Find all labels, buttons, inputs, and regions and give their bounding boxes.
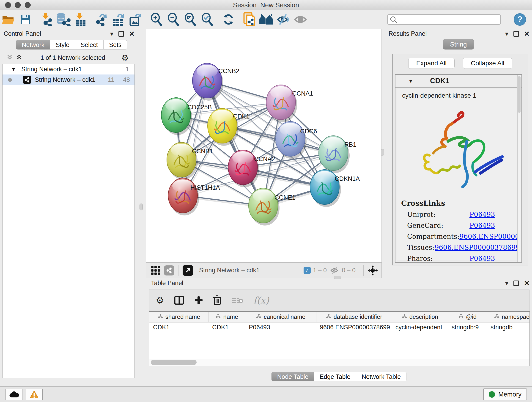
clone-network-icon: [243, 12, 256, 27]
main-toolbar: ?: [0, 10, 532, 29]
import-table-button[interactable]: [72, 12, 89, 27]
tree-expand-arrow-icon[interactable]: ▾: [12, 66, 15, 72]
control-panel-float-button[interactable]: [119, 31, 124, 37]
show-columns-button[interactable]: [174, 296, 184, 305]
tab-network[interactable]: Network: [16, 40, 50, 50]
search-input[interactable]: [387, 14, 501, 25]
zoom-in-button[interactable]: [148, 12, 165, 27]
column-header-description[interactable]: description: [392, 312, 448, 322]
zoom-out-button[interactable]: [165, 12, 182, 27]
network-canvas[interactable]: CCNB2CCNA1CDC25BCDK1CDC6RB1CCNB1CCNA2CDK…: [146, 29, 382, 262]
entry-collapse-arrow-icon[interactable]: ▾: [409, 77, 412, 85]
column-header-canonical-name[interactable]: canonical name: [245, 312, 316, 322]
results-panel-title: Results Panel: [389, 30, 427, 37]
control-panel-close-button[interactable]: ✕: [129, 30, 135, 38]
table-horizontal-scrollbar[interactable]: [149, 359, 530, 366]
import-network-button[interactable]: [38, 12, 55, 27]
hierarchy-icon: [256, 313, 261, 320]
bottom-splitter-grip[interactable]: [334, 276, 341, 279]
show-all-button[interactable]: [292, 12, 309, 27]
crosslink-link[interactable]: 9606.ENSP00000378699: [435, 244, 520, 251]
create-column-button[interactable]: [194, 296, 203, 305]
pan-crosshair-icon[interactable]: [368, 265, 378, 275]
import-network-from-database-button[interactable]: [55, 12, 72, 27]
tab-network-table[interactable]: Network Table: [356, 372, 407, 381]
table-cell[interactable]: P06493: [245, 322, 316, 332]
table-cell[interactable]: CDK1: [149, 322, 209, 332]
status-bar: Memory: [0, 386, 532, 402]
collapse-all-icon[interactable]: [7, 54, 15, 61]
node-CDC6[interactable]: [276, 121, 307, 159]
collapse-all-button[interactable]: Collapse All: [463, 58, 512, 69]
table-cell[interactable]: 9606.ENSP00000378699: [316, 322, 392, 332]
column-header-namespace[interactable]: namespace: [487, 312, 530, 322]
open-session-button[interactable]: [0, 12, 17, 27]
help-button[interactable]: ?: [514, 13, 526, 26]
export-network-icon: [95, 13, 108, 26]
node-CDC25B[interactable]: [161, 98, 192, 135]
tab-select[interactable]: Select: [75, 40, 104, 50]
column-header-shared-name[interactable]: shared name: [149, 312, 209, 322]
tab-node-table[interactable]: Node Table: [272, 372, 314, 381]
crosslinks-title: CrossLinks: [401, 199, 520, 207]
network-node-count: 11: [108, 76, 114, 83]
tab-string[interactable]: String: [443, 39, 474, 50]
crosslink-link[interactable]: P06493: [469, 222, 495, 230]
results-scrollbar[interactable]: [517, 75, 521, 262]
tab-style[interactable]: Style: [50, 40, 75, 50]
hide-selected-button[interactable]: [275, 12, 292, 27]
tab-sets[interactable]: Sets: [104, 40, 127, 50]
expand-all-icon[interactable]: [17, 54, 24, 61]
table-row[interactable]: CDK1CDK1P064939606.ENSP00000378699cyclin…: [149, 322, 530, 332]
network-graph[interactable]: CCNB2CCNA1CDC25BCDK1CDC6RB1CCNB1CCNA2CDK…: [146, 29, 382, 262]
results-panel-menu-button[interactable]: ▾: [505, 30, 508, 38]
table-cell[interactable]: stringdb:9...: [448, 322, 487, 332]
tab-edge-table[interactable]: Edge Table: [314, 372, 356, 381]
table-toolbar: ⚙: [149, 289, 530, 311]
expand-all-button[interactable]: Expand All: [408, 58, 455, 69]
table-cell[interactable]: CDK1: [209, 322, 245, 332]
crosslink-link[interactable]: 9606.ENSP00000378699: [459, 233, 520, 240]
export-image-button[interactable]: [127, 12, 144, 27]
grid-view-icon[interactable]: [151, 266, 160, 275]
delete-column-button[interactable]: [213, 295, 221, 305]
network-edge-count: 48: [123, 76, 130, 83]
table-options-gear-icon[interactable]: ⚙: [156, 295, 164, 306]
right-splitter-grip[interactable]: [381, 149, 384, 156]
column-header-database-identifier[interactable]: database identifier: [316, 312, 392, 322]
save-session-button[interactable]: [17, 12, 34, 27]
birds-eye-view-button[interactable]: [183, 265, 193, 276]
node-HIST1H1A[interactable]: [168, 178, 199, 216]
clone-network-button[interactable]: [241, 12, 258, 27]
left-splitter-grip[interactable]: [139, 204, 143, 211]
network-row-selected[interactable]: String Network – cdk1 11 48: [2, 75, 134, 85]
crosslink-link[interactable]: P06493: [469, 211, 495, 218]
table-panel-close-button[interactable]: ✕: [524, 279, 530, 287]
control-panel-menu-button[interactable]: ▾: [110, 30, 114, 38]
network-badge-icon[interactable]: [164, 265, 174, 275]
column-header-at-id[interactable]: @id: [448, 312, 487, 322]
network-options-gear-icon[interactable]: ⚙: [121, 53, 129, 63]
crosslink-link[interactable]: P06493: [469, 255, 495, 261]
hierarchy-icon: [402, 313, 407, 320]
network-collection-row[interactable]: ▾ String Network – cdk1 1: [2, 64, 134, 75]
results-panel-close-button[interactable]: ✕: [524, 30, 530, 38]
node-CCNE1[interactable]: [249, 188, 279, 225]
warnings-button[interactable]: [26, 389, 43, 400]
table-cell[interactable]: stringdb: [487, 322, 530, 332]
graphics-details-button[interactable]: [258, 12, 275, 27]
zoom-fit-button[interactable]: [182, 12, 199, 27]
cloud-status-button[interactable]: [6, 389, 22, 400]
column-header-name[interactable]: name: [209, 312, 245, 322]
export-network-button[interactable]: [93, 12, 110, 27]
memory-button[interactable]: Memory: [483, 389, 527, 400]
results-panel-float-button[interactable]: [513, 31, 519, 37]
selected-checkbox-icon[interactable]: ✓: [304, 267, 311, 274]
table-panel-menu-button[interactable]: ▾: [505, 279, 508, 287]
export-table-button[interactable]: [110, 12, 127, 27]
apply-layout-button[interactable]: [220, 12, 237, 27]
node-entry-header[interactable]: ▾ CDK1: [395, 75, 521, 88]
table-panel-float-button[interactable]: [513, 281, 519, 286]
table-cell[interactable]: cyclin-dependent ...: [392, 322, 448, 332]
zoom-selected-button[interactable]: [199, 12, 216, 27]
